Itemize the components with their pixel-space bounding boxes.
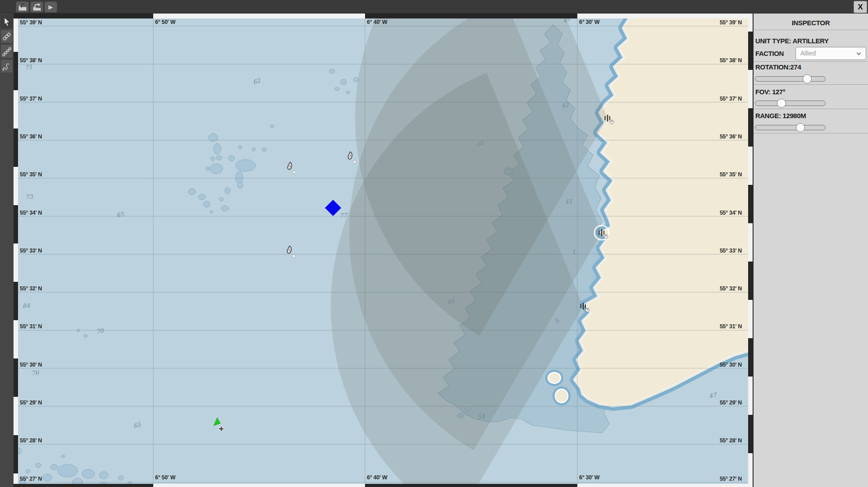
depth-sounding: 65 <box>116 211 125 219</box>
shoal <box>188 188 196 195</box>
shoal <box>221 206 228 211</box>
tool-select[interactable] <box>0 14 13 28</box>
lat-label-left: 55° 32' N <box>20 285 42 292</box>
shoal <box>340 79 347 85</box>
top-toolbar: ▶ X <box>0 0 868 14</box>
lat-label-left: 55° 30' N <box>20 362 42 368</box>
chain-icon <box>2 46 12 56</box>
artillery-unit-icon <box>601 230 602 236</box>
dotted-line-icon <box>2 32 12 41</box>
fov-label: FOV: 127° <box>755 88 786 96</box>
artillery-unit-icon <box>599 231 600 235</box>
lat-label-left: 55° 39' N <box>20 19 42 26</box>
artillery-unit-icon <box>609 116 610 120</box>
export-button[interactable] <box>30 1 43 13</box>
islet <box>555 389 568 403</box>
depth-sounding: 1 <box>572 248 576 255</box>
fov-slider-thumb[interactable] <box>777 99 786 108</box>
shoal <box>77 329 80 332</box>
play-button[interactable]: ▶ <box>44 1 57 13</box>
chart-border-top <box>14 14 753 18</box>
lat-label-left: 55° 28' N <box>20 437 42 444</box>
shoal <box>82 469 95 478</box>
fov-slider[interactable] <box>755 101 826 106</box>
artillery-unit-icon <box>603 231 604 235</box>
unit-badge-star: * <box>611 120 613 124</box>
shoal <box>270 125 274 128</box>
shoal <box>26 469 30 473</box>
faction-dropdown[interactable]: Allied <box>795 47 866 60</box>
tool-dotted-line[interactable] <box>0 29 13 43</box>
lon-label-top: 6° 50' W <box>155 19 176 25</box>
divider <box>754 133 868 133</box>
artillery-unit-icon <box>607 115 608 122</box>
chevron-down-icon <box>857 51 861 55</box>
range-label: RANGE: 12980M <box>755 112 806 119</box>
tool-freehand[interactable] <box>0 59 13 73</box>
lat-label-left: 55° 34' N <box>20 210 42 216</box>
shoal <box>228 156 235 161</box>
open-button[interactable] <box>16 1 29 13</box>
folder-import-icon <box>18 3 27 11</box>
lat-label-right: 55° 34' N <box>720 210 742 216</box>
chart-border-left <box>14 14 18 487</box>
shoal <box>204 201 210 207</box>
cursor-icon <box>2 17 11 27</box>
unit-type-label: UNIT TYPE: ARTILLERY <box>755 37 829 45</box>
close-button[interactable]: X <box>854 1 867 13</box>
map-viewport[interactable]: 4962426041717365774651847076546547***55°… <box>14 14 753 487</box>
shoal <box>262 148 266 152</box>
divider <box>754 61 868 62</box>
islet <box>548 372 561 383</box>
lat-label-right: 55° 39' N <box>720 19 742 26</box>
lat-label-right: 55° 38' N <box>720 57 742 64</box>
divider <box>754 30 868 30</box>
artillery-unit-icon <box>585 304 586 308</box>
shoal <box>219 198 224 201</box>
shoal <box>214 143 221 154</box>
lat-label-left: 55° 35' N <box>20 171 42 178</box>
lat-label-right: 55° 29' N <box>720 400 742 406</box>
lat-label-right: 55° 27' N <box>720 476 742 482</box>
lat-label-left: 55° 33' N <box>20 248 42 254</box>
range-slider-thumb[interactable] <box>796 123 805 132</box>
shoal <box>252 147 256 151</box>
range-slider[interactable] <box>755 125 826 130</box>
shoal <box>198 194 206 200</box>
lat-label-right: 55° 32' N <box>720 285 742 292</box>
tool-palette <box>0 14 14 487</box>
rotation-slider[interactable] <box>755 76 826 82</box>
lat-label-right: 55° 28' N <box>720 437 742 444</box>
shoal <box>210 157 215 161</box>
lat-label-left: 55° 38' N <box>20 57 42 64</box>
shoal <box>43 474 52 481</box>
depth-sounding: 71 <box>24 64 32 71</box>
depth-sounding: 41 <box>565 198 573 205</box>
tool-chain[interactable] <box>0 44 13 58</box>
faction-value: Allied <box>800 50 816 57</box>
shoal <box>118 476 123 480</box>
lon-label-bottom: 6° 50' W <box>155 474 176 481</box>
shoal <box>225 188 230 194</box>
shoal <box>50 464 58 470</box>
folder-export-icon <box>32 3 41 11</box>
shoal <box>238 182 243 188</box>
squiggle-icon <box>2 61 12 71</box>
chart-border-right <box>748 14 753 487</box>
lat-label-left: 55° 36' N <box>20 133 42 140</box>
shoal <box>84 335 87 337</box>
lat-label-left: 55° 37' N <box>20 96 42 102</box>
buoy-icon <box>292 255 296 258</box>
depth-sounding: 76 <box>31 369 40 377</box>
rotation-label: ROTATION:274 <box>755 63 801 71</box>
shoal <box>335 87 339 91</box>
shoal <box>216 156 222 160</box>
shoal <box>236 160 256 171</box>
lat-label-left: 55° 27' N <box>20 476 42 482</box>
artillery-unit-icon <box>605 116 606 120</box>
chart-border-bottom <box>14 484 753 487</box>
lon-label-top: 6° 30' W <box>579 19 600 25</box>
lat-label-right: 55° 30' N <box>720 362 742 368</box>
lat-label-left: 55° 31' N <box>20 323 42 330</box>
rotation-slider-thumb[interactable] <box>803 74 812 83</box>
